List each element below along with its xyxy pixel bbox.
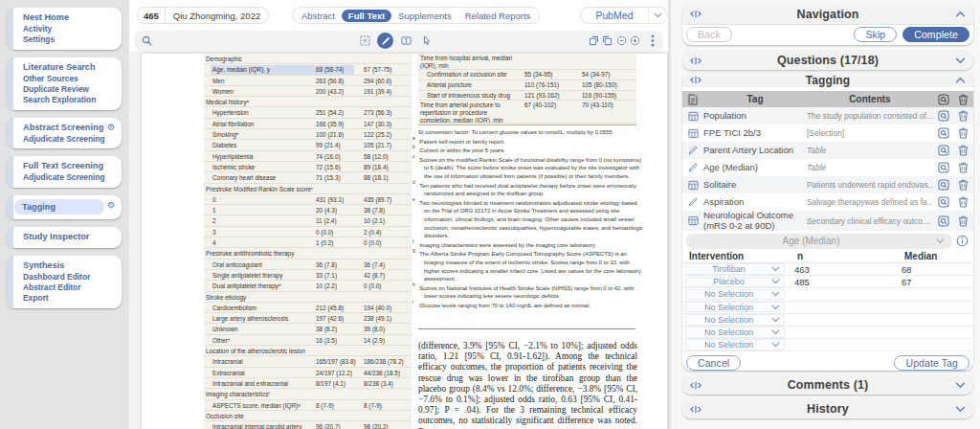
chevron-down-icon[interactable]	[648, 8, 667, 23]
intervention-select[interactable]: No Selection	[685, 302, 785, 313]
cancel-button[interactable]: Cancel	[686, 355, 741, 371]
pdf-footnote: SI conversion factor: To convert glucose…	[418, 128, 644, 137]
sidebar-item-export[interactable]: Export	[23, 293, 116, 304]
scroll-to-icon[interactable]	[933, 179, 953, 191]
pdf-table-row: Otherᵉ16 (3.5)14 (2.9)	[204, 335, 412, 346]
scroll-to-icon[interactable]	[933, 162, 953, 173]
sidebar-item-adjudicate-screening[interactable]: Adjudicate Screening	[23, 134, 116, 145]
sidebar-item-other-sources[interactable]: Other Sources	[23, 74, 116, 84]
sidebar-card-full-text-screening: Full Text ScreeningAdjudicate Screening	[7, 156, 122, 188]
sidebar-item-synthesis[interactable]: Synthesis	[23, 260, 116, 272]
trash-icon[interactable]	[953, 162, 973, 173]
intervention-select[interactable]: No Selection	[685, 339, 785, 350]
pdf-table-row: Confirmation of occlusion site55 (34-95)…	[418, 70, 636, 80]
trash-icon[interactable]	[953, 215, 973, 227]
scroll-to-icon[interactable]	[933, 196, 953, 208]
pdf-footnote: h Scores on National Institutes of Healt…	[418, 284, 644, 301]
sidebar-item-abstract-editor[interactable]: Abstract Editor	[23, 282, 116, 293]
source-selector[interactable]: PubMed	[580, 7, 668, 24]
sidebar-item-study-inspector[interactable]: Study Inspector	[23, 231, 116, 243]
tab-abstract[interactable]: Abstract	[295, 10, 342, 22]
back-button[interactable]: Back	[686, 27, 732, 42]
zoom-in-icon[interactable]	[629, 34, 642, 48]
intervention-select[interactable]: Placebo	[685, 277, 785, 288]
info-icon[interactable]	[952, 235, 971, 247]
pdf-table-row: Smokingᵇ100 (21.6)122 (25.2)	[204, 129, 412, 140]
trash-icon[interactable]	[953, 196, 973, 208]
sidebar-item-duplicate-review[interactable]: Duplicate Review	[23, 84, 116, 95]
sidebar-item-settings[interactable]: Settings	[23, 34, 116, 45]
intervention-select[interactable]: No Selection	[685, 289, 785, 301]
document-tabs: AbstractFull TextSupplementsRelated Repo…	[292, 7, 540, 24]
sidebar-item-search-exploration[interactable]: Search Exploration	[23, 95, 116, 105]
tag-row-fpe-tici-2b-3[interactable]: FPE TICI 2b/3[Selection]	[682, 124, 973, 142]
tag-contents: Salvage therapywas defined as fa…	[807, 197, 933, 207]
tag-row-neurological-outcome-mrs-0-2-at-90d[interactable]: Neurological Outcome (mRS 0-2 at 90D)Sec…	[682, 211, 973, 231]
trash-icon[interactable]	[953, 145, 973, 156]
sidebar-item-nest-home[interactable]: Nest Home	[23, 11, 116, 24]
expand-icon[interactable]	[955, 382, 966, 389]
sidebar-item-dashboard-editor[interactable]: Dashboard Editor	[23, 272, 116, 282]
tag-row-parent-artery-location[interactable]: Parent Artery LocationTable	[682, 142, 973, 159]
expand-icon[interactable]	[955, 406, 966, 413]
intervention-row: No Selection	[682, 327, 973, 339]
tag-contents: The study population consisted of…	[807, 111, 933, 121]
tag-select-dropdown[interactable]: Age (Median)	[686, 234, 952, 249]
tag-contents: Secondary clinical efficacy outco…	[807, 216, 933, 226]
sidebar-item-tagging[interactable]: Tagging⚙	[23, 199, 116, 214]
sidebar-item-adjudicate-screening[interactable]: Adjudicate Screening	[23, 172, 116, 183]
n-value: 485	[785, 277, 898, 287]
scroll-to-icon[interactable]	[933, 127, 953, 139]
zoom-out-icon[interactable]	[615, 34, 629, 48]
scroll-to-icon[interactable]	[933, 110, 953, 122]
rotate-left-icon[interactable]	[588, 34, 601, 48]
collapse-icon[interactable]	[955, 77, 966, 83]
highlight-pen-icon[interactable]	[377, 33, 393, 49]
expand-icon[interactable]	[955, 57, 966, 64]
pdf-footnote: a Patient self-report or family report.	[418, 138, 644, 147]
more-options-icon[interactable]	[644, 33, 661, 50]
complete-button[interactable]: Complete	[902, 27, 969, 42]
tag-select-value: Age (Median)	[686, 236, 936, 246]
tab-related-reports[interactable]: Related Reports	[458, 10, 538, 22]
scroll-to-icon[interactable]	[933, 215, 953, 227]
tab-supplements[interactable]: Supplements	[391, 10, 457, 22]
pdf-footnote: f Imaging characteristics were assessed …	[418, 241, 644, 250]
trash-icon[interactable]	[953, 127, 973, 139]
marquee-select-icon[interactable]	[356, 33, 373, 50]
skip-button[interactable]: Skip	[854, 27, 897, 42]
trash-icon[interactable]	[953, 179, 973, 191]
intervention-select[interactable]: Tirofiban	[685, 263, 785, 275]
tag-row-solitaire[interactable]: SolitairePatients underwent rapid endova…	[682, 176, 973, 193]
trash-icon[interactable]	[953, 94, 973, 105]
search-icon[interactable]	[138, 33, 155, 50]
rotate-right-icon[interactable]	[601, 34, 614, 48]
comments-card: Comments (1)	[682, 375, 973, 395]
intervention-select[interactable]: No Selection	[685, 314, 785, 326]
sidebar-item-activity[interactable]: Activity	[23, 24, 116, 34]
contents-column-header: Contents	[807, 94, 933, 104]
sidebar-item-literature-search[interactable]: Literature Search	[23, 61, 116, 74]
intervention-select[interactable]: No Selection	[685, 327, 785, 338]
tag-row-population[interactable]: PopulationThe study population consisted…	[682, 107, 973, 124]
sidebar-item-full-text-screening[interactable]: Full Text Screening	[23, 160, 116, 172]
collapse-icon[interactable]	[955, 11, 966, 17]
history-title: History	[682, 402, 973, 416]
sidebar-item-abstract-screening[interactable]: Abstract Screening⚙	[23, 122, 116, 134]
pdf-table-row: Unknown38 (8.2)39 (8.0)	[204, 324, 412, 334]
tag-row-aspiration[interactable]: AspirationSalvage therapywas defined as …	[682, 193, 973, 211]
tag-row-age-median[interactable]: Age (Median)Table	[682, 159, 973, 176]
text-select-icon[interactable]	[397, 33, 414, 50]
gear-icon[interactable]: ⚙	[107, 200, 115, 211]
pdf-table-row: Demographic	[204, 54, 412, 64]
tab-full-text[interactable]: Full Text	[342, 10, 391, 22]
trash-icon[interactable]	[953, 110, 973, 122]
scroll-to-icon[interactable]	[933, 94, 953, 105]
sidebar-card-abstract-screening: Abstract Screening⚙Adjudicate Screening	[7, 118, 122, 149]
gear-icon[interactable]: ⚙	[107, 123, 115, 133]
pointer-icon[interactable]	[418, 33, 435, 50]
update-tag-button[interactable]: Update Tag	[894, 355, 969, 371]
pdf-footnote: c Scores on the modified Rankin Scale of…	[418, 156, 644, 181]
pdf-table-row: Ischemic stroke72 (15.6)89 (18.4)	[204, 162, 412, 172]
scroll-to-icon[interactable]	[933, 145, 953, 156]
